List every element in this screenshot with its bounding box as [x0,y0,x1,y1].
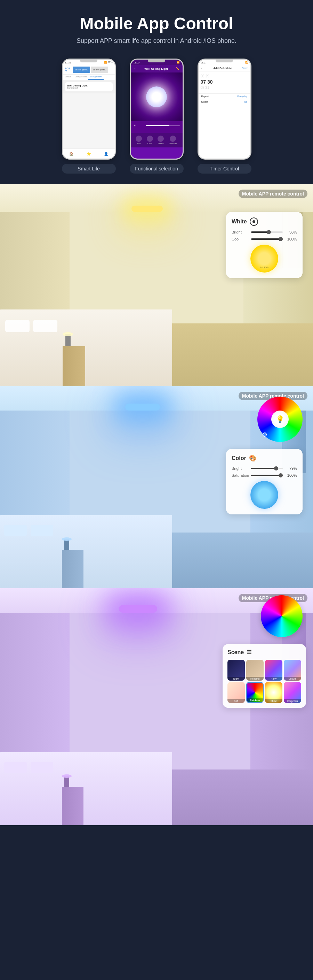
white-cool-track[interactable] [251,239,283,240]
scene-item-leisure[interactable]: Leisure [284,660,301,681]
color-saturation-track[interactable] [251,475,283,476]
white-bright-thumb[interactable] [267,230,271,234]
phone3-screen: 13:57 📶 ← Add Schedule Save 06 29 07 30 [199,60,250,159]
scene-mode-icon: ☰ [247,649,251,655]
white-cool-row: Cool 100% [232,237,297,241]
phone3-back-icon[interactable]: ← [201,67,204,70]
phone2-icon-color[interactable]: Color [147,135,153,145]
phone2-back-icon[interactable]: ← [134,67,136,70]
blue-bed [0,515,172,588]
white-cool-label: Cool [232,237,249,241]
phone1-tab-more[interactable]: ··· [104,75,109,80]
color-saturation-fill [251,475,283,476]
phone3-header: ← Add Schedule Save [199,65,250,72]
scene-leisure-label: Leisure [284,677,301,681]
blue-pillow-right [31,525,53,536]
phone2-label-box: Functional selection [130,164,183,173]
scene-item-night[interactable]: Night [228,660,245,681]
left-wall [0,212,70,323]
purple-lamp-pole [64,776,69,787]
color-bright-label: Bright [232,466,249,471]
scene-grid-row2: Soft Rainbow Shine Gorgeous [228,682,301,703]
phone2-icon-schedule[interactable]: Schedule [169,135,177,145]
scene-night-label: Night [228,677,245,681]
phone3-repeat-value: Everyday [237,95,247,98]
scene-mode-row: Scene ☰ [228,649,301,655]
color-saturation-thumb[interactable] [278,473,283,477]
phone3-time-top: 06 29 [201,74,209,78]
phone1-device: WiFi Ceiling Light Turned off [65,82,113,91]
white-cool-thumb[interactable] [278,237,283,241]
scene-item-gorgeous[interactable]: Gorgeous [284,682,301,703]
phone1-nav-home[interactable]: 🏠 [68,151,74,156]
scene-shine-label: Shine [265,699,282,703]
color-bright-track[interactable] [251,468,283,469]
phone2-signal: 📶 [177,61,180,64]
color-control-section: Mobile APP remote control 💡 Color 🎨 Brig… [0,386,313,588]
ceiling-light-blue [125,404,160,410]
phone3-save-button[interactable]: Save [242,67,248,70]
phone2-icon-wifi[interactable]: WiFi [136,135,142,145]
phones-showcase: 11:31 📶 57% SOS ▼ set desk light to 1 se… [0,52,313,160]
phone2-container: 11:00 📶 ← WiFi Ceiling Light ✏️ ☀ [130,59,183,160]
phone1-banner2: set thrm light to... [91,67,108,73]
phone2-edit-icon[interactable]: ✏️ [176,67,179,70]
white-mode-row: White [232,218,297,226]
scene-gorgeous-label: Gorgeous [284,699,301,703]
phone2-frame: 11:00 📶 ← WiFi Ceiling Light ✏️ ☀ [130,59,183,160]
phone1-sos-label: SOS ▼ [65,67,72,72]
phone3-time-picker: 06 29 07 30 08 31 [199,72,250,94]
scene-grid-row1: Night Reading Party Leisure [228,660,301,681]
phone1-device-status: Turned off [67,87,111,89]
white-mode-label: White [232,218,247,225]
phone1-nav-profile[interactable]: 👤 [103,151,109,156]
nightstand [63,346,85,386]
purple-bed [0,752,172,825]
color-bright-thumb[interactable] [274,466,278,471]
white-control-section: Mobile APP remote control White Bright 5… [0,184,313,386]
phone1-tab-default[interactable]: Default [63,75,73,80]
white-bright-fill [251,231,269,233]
scene-item-soft[interactable]: Soft [228,682,245,703]
phone2-schedule-circle [170,135,176,142]
phone1-time: 11:31 [65,61,71,64]
white-mode-icon [250,218,258,226]
phone1-label: Smart Life [77,166,100,172]
color-wheel-container: 💡 [258,396,303,442]
white-light-preview: AILIDA [250,245,278,272]
phone2-icon-scene[interactable]: Scene [158,135,164,145]
pillow-left [5,320,30,332]
color-wheel-dot[interactable] [262,433,267,437]
purple-left-wall [0,612,70,770]
phone1-tab-living[interactable]: Living Room [89,75,103,80]
color-wheel[interactable]: 💡 [258,396,303,442]
color-bright-row: Bright 79% [232,466,297,471]
white-bright-track[interactable] [251,231,283,233]
white-remote-label: Mobile APP remote control [239,189,307,198]
scene-item-reading[interactable]: Reading [246,660,264,681]
phone1-nav-scene[interactable]: ⭐ [86,151,92,156]
white-mode-inner [253,220,255,223]
phone3-repeat-row: Repeat Everyday [199,94,250,99]
phone2-bright-label: ☀ [134,124,144,127]
lamp-shade [63,332,73,336]
blue-nightstand [62,550,84,588]
phone1-screen: 11:31 📶 57% SOS ▼ set desk light to 1 se… [63,60,115,159]
scene-item-party[interactable]: Party [265,660,282,681]
scene-control-section: Mobile APP remote control Scene ☰ Night … [0,588,313,825]
scene-item-rainbow[interactable]: Rainbow [246,682,264,703]
phone3-switch-value: On [244,101,247,103]
scene-color-wheel[interactable] [261,595,303,637]
phone1-tab-dining[interactable]: Dining Room [73,75,89,80]
header-section: Mobile App Control Support APP smart lif… [0,0,313,52]
phone1-tabs: Default Dining Room Living Room ··· [63,75,115,80]
scene-party-label: Party [265,677,282,681]
bed [0,309,172,386]
phone2-bottom-icons: WiFi Color Scene Schedule [131,133,183,147]
phone3-time-row1: 06 29 [201,74,248,78]
phone1-content: WiFi Ceiling Light Turned off [63,80,115,94]
phone2-color-circle [147,135,153,142]
phone2-scene-circle [158,135,164,142]
scene-item-shine[interactable]: Shine [265,682,282,703]
blue-back-wall [70,410,250,533]
